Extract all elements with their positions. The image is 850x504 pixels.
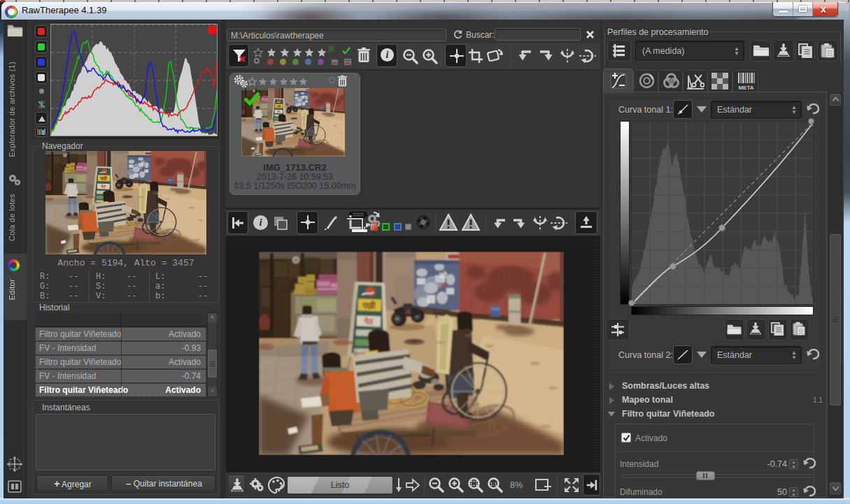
svg-text:META: META [738, 85, 753, 91]
svg-text:1:1: 1:1 [490, 481, 497, 487]
